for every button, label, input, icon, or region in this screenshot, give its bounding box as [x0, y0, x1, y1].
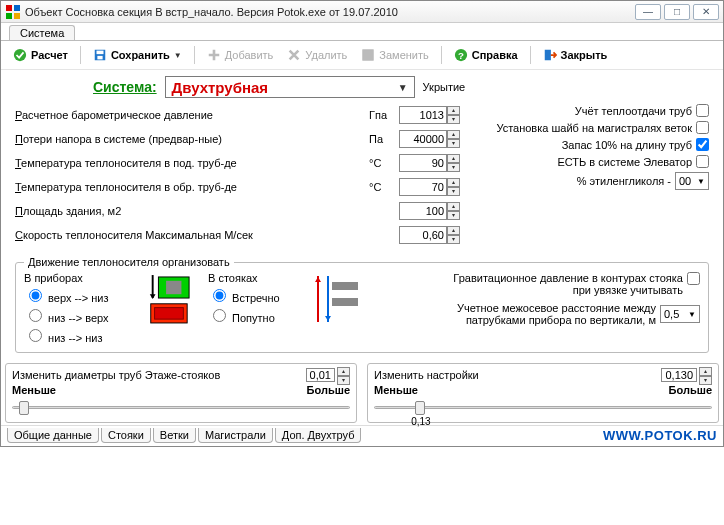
heat-loss-label: Учёт теплоотдачи труб	[480, 105, 692, 117]
calc-button[interactable]: Расчет	[9, 46, 72, 64]
settings-slider-box: Изменить настройки 0,130 ▴▾ МеньшеБольше…	[367, 363, 719, 423]
elevator-label: ЕСТЬ в системе Элеватор	[480, 156, 692, 168]
spin-down[interactable]: ▾	[447, 211, 460, 220]
settings-slider-title: Изменить настройки	[374, 369, 479, 381]
param-label: Потери напора в системе (предвар-ные)	[15, 133, 369, 145]
param-input-5[interactable]: 0,60	[399, 226, 447, 244]
chevron-down-icon: ▼	[398, 82, 408, 93]
replace-button: Заменить	[357, 46, 432, 64]
diameter-slider[interactable]	[12, 398, 350, 416]
replace-icon	[361, 48, 375, 62]
bottom-tab-0[interactable]: Общие данные	[7, 428, 99, 443]
chevron-down-icon: ▼	[697, 177, 705, 186]
svg-rect-7	[97, 56, 102, 60]
device-radio-0[interactable]: верх --> низ	[24, 286, 134, 304]
close-window-button[interactable]: ✕	[693, 4, 719, 20]
title-bar: Объект Сосновка секция В встр_начало. Ве…	[1, 1, 723, 23]
svg-rect-14	[166, 281, 181, 294]
param-unit: Гпа	[369, 109, 399, 121]
riser-radio-1[interactable]: Попутно	[208, 306, 298, 324]
toolbar: Расчет Сохранить ▼ Добавить Удалить Заме…	[1, 41, 723, 70]
maximize-button[interactable]: □	[664, 4, 690, 20]
spin-up[interactable]: ▴	[699, 367, 712, 376]
svg-rect-6	[96, 51, 103, 55]
svg-rect-8	[363, 50, 374, 61]
svg-rect-3	[14, 13, 20, 19]
minimize-button[interactable]: —	[635, 4, 661, 20]
spin-down[interactable]: ▾	[447, 163, 460, 172]
svg-rect-21	[332, 298, 358, 306]
param-input-4[interactable]: 100	[399, 202, 447, 220]
spin-up[interactable]: ▴	[447, 154, 460, 163]
glycol-label: % этиленгликоля -	[480, 175, 671, 187]
param-input-2[interactable]: 90	[399, 154, 447, 172]
svg-rect-0	[6, 5, 12, 11]
app-icon	[5, 4, 21, 20]
offset-combo[interactable]: 0,5▼	[660, 305, 700, 323]
spin-up[interactable]: ▴	[337, 367, 350, 376]
potok-link[interactable]: WWW.POTOK.RU	[603, 428, 717, 443]
spin-down[interactable]: ▾	[447, 139, 460, 148]
tab-system[interactable]: Система	[9, 25, 75, 40]
param-input-0[interactable]: 1013	[399, 106, 447, 124]
spin-up[interactable]: ▴	[447, 130, 460, 139]
movement-fieldset: Движение теплоносителя организовать В пр…	[15, 256, 709, 353]
window-title: Объект Сосновка секция В встр_начало. Ве…	[25, 6, 632, 18]
spin-up[interactable]: ▴	[447, 178, 460, 187]
heat-loss-checkbox[interactable]	[696, 104, 709, 117]
washers-label: Установка шайб на магистралях веток	[480, 122, 692, 134]
param-input-3[interactable]: 70	[399, 178, 447, 196]
riser-radio-0[interactable]: Встречно	[208, 286, 298, 304]
close-button[interactable]: Закрыть	[539, 46, 612, 64]
grav-label: Гравитационное давление в контурах стояк…	[453, 272, 683, 296]
param-unit: Па	[369, 133, 399, 145]
diameter-value: 0,01	[306, 368, 335, 382]
system-combo[interactable]: Двухтрубная ▼	[165, 76, 415, 98]
param-input-1[interactable]: 40000	[399, 130, 447, 148]
device-radio-2[interactable]: низ --> низ	[24, 326, 134, 344]
settings-value: 0,130	[661, 368, 697, 382]
bottom-tab-1[interactable]: Стояки	[101, 428, 151, 443]
elevator-checkbox[interactable]	[696, 155, 709, 168]
risers-title: В стояках	[208, 272, 298, 284]
help-icon: ?	[454, 48, 468, 62]
spin-down[interactable]: ▾	[447, 115, 460, 124]
save-button[interactable]: Сохранить ▼	[89, 46, 186, 64]
grav-checkbox[interactable]	[687, 272, 700, 285]
svg-rect-1	[14, 5, 20, 11]
ukrytie-label: Укрытие	[423, 81, 466, 93]
device-radio-1[interactable]: низ --> верх	[24, 306, 134, 324]
spin-up[interactable]: ▴	[447, 106, 460, 115]
chevron-down-icon: ▼	[174, 51, 182, 60]
washers-checkbox[interactable]	[696, 121, 709, 134]
bottom-tab-2[interactable]: Ветки	[153, 428, 196, 443]
param-label: Температура теплоносителя в обр. труб-де	[15, 181, 369, 193]
devices-title: В приборах	[24, 272, 134, 284]
bottom-tab-strip: Общие данныеСтоякиВеткиМагистралиДоп. Дв…	[1, 425, 723, 446]
settings-slider[interactable]: 0,13	[374, 398, 712, 416]
plus-icon	[207, 48, 221, 62]
help-button[interactable]: ? Справка	[450, 46, 522, 64]
svg-point-4	[14, 49, 26, 61]
riser-diagram-icon	[308, 272, 360, 326]
spin-up[interactable]: ▴	[447, 226, 460, 235]
spin-up[interactable]: ▴	[447, 202, 460, 211]
bottom-tab-4[interactable]: Доп. Двухтруб	[275, 428, 362, 443]
param-label: Расчетное барометрическое давление	[15, 109, 369, 121]
spin-down[interactable]: ▾	[447, 235, 460, 244]
spin-down[interactable]: ▾	[447, 187, 460, 196]
bottom-tab-3[interactable]: Магистрали	[198, 428, 273, 443]
movement-legend: Движение теплоносителя организовать	[24, 256, 234, 268]
system-label: Система:	[93, 79, 157, 95]
param-label: Площадь здания, м2	[15, 205, 369, 217]
param-label: Температура теплоносителя в под. труб-де	[15, 157, 369, 169]
offset-label: Учетное межосевое расстояние между патру…	[446, 302, 656, 326]
svg-rect-2	[6, 13, 12, 19]
glycol-combo[interactable]: 00▼	[675, 172, 709, 190]
margin-checkbox[interactable]	[696, 138, 709, 151]
save-icon	[93, 48, 107, 62]
check-icon	[13, 48, 27, 62]
delete-button: Удалить	[283, 46, 351, 64]
svg-rect-17	[155, 308, 184, 320]
svg-rect-20	[332, 282, 358, 290]
